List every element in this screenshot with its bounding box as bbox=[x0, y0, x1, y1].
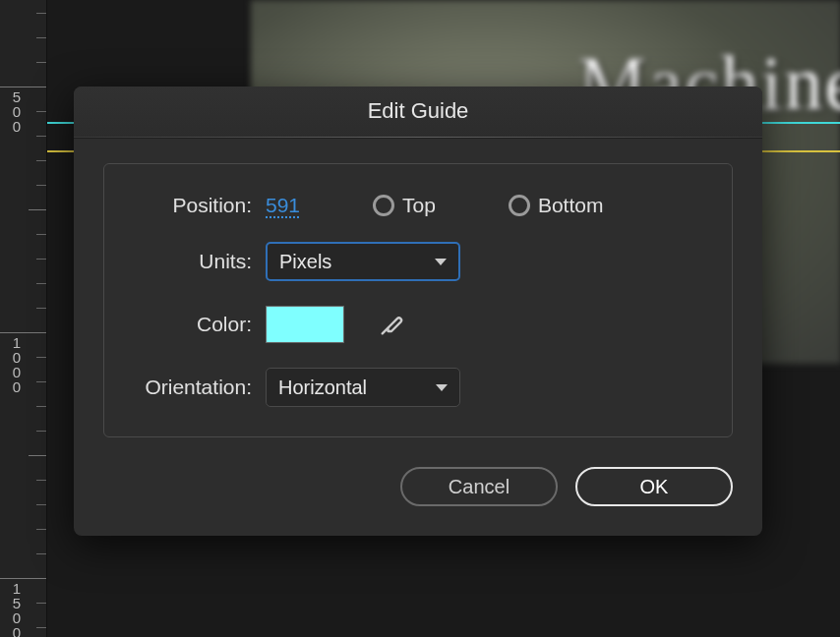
vertical-ruler[interactable]: 500 1000 1500 bbox=[0, 0, 47, 637]
cancel-button[interactable]: Cancel bbox=[400, 467, 558, 506]
units-value: Pixels bbox=[279, 251, 331, 273]
orientation-value: Horizontal bbox=[278, 376, 367, 399]
orientation-label: Orientation: bbox=[124, 376, 252, 399]
position-label: Position: bbox=[124, 194, 252, 217]
edit-guide-dialog: Edit Guide Position: 591 Top Bottom Unit… bbox=[74, 87, 762, 536]
chevron-down-icon bbox=[435, 259, 447, 265]
units-label: Units: bbox=[124, 250, 252, 273]
orientation-select[interactable]: Horizontal bbox=[266, 368, 460, 407]
color-label: Color: bbox=[124, 313, 252, 336]
radio-icon bbox=[373, 195, 394, 216]
dialog-title: Edit Guide bbox=[74, 87, 762, 139]
chevron-down-icon bbox=[436, 384, 448, 391]
units-select[interactable]: Pixels bbox=[266, 242, 460, 281]
radio-top[interactable]: Top bbox=[373, 194, 436, 217]
ruler-tick-label: 500 bbox=[10, 89, 24, 134]
radio-bottom-label: Bottom bbox=[538, 194, 604, 217]
ok-button[interactable]: OK bbox=[575, 467, 733, 506]
position-input[interactable]: 591 bbox=[266, 194, 300, 217]
ruler-tick-label: 1000 bbox=[10, 335, 24, 394]
eyedropper-icon[interactable] bbox=[378, 311, 405, 338]
ruler-tick-label: 1500 bbox=[10, 581, 24, 637]
color-swatch[interactable] bbox=[266, 306, 344, 343]
radio-bottom[interactable]: Bottom bbox=[509, 194, 604, 217]
dialog-form: Position: 591 Top Bottom Units: Pixels bbox=[103, 163, 733, 437]
radio-icon bbox=[509, 195, 530, 216]
radio-top-label: Top bbox=[402, 194, 436, 217]
